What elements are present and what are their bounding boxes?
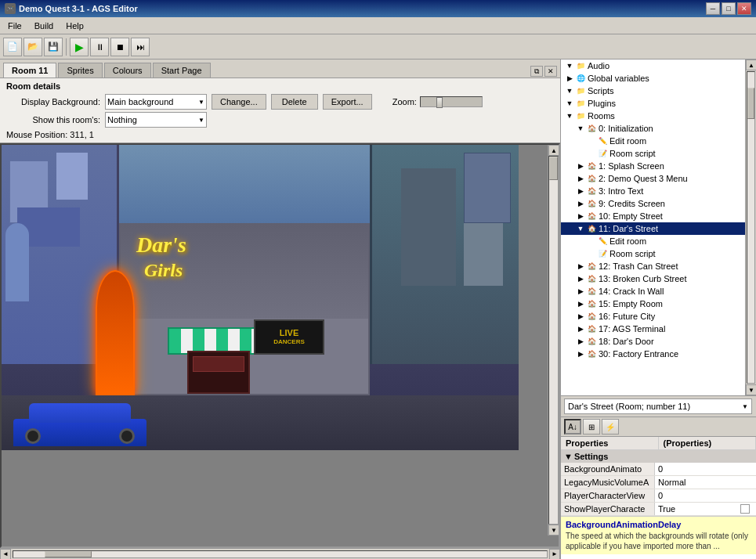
tree-vscrollbar: ▲ ▼	[745, 60, 756, 395]
tree-expand-room0[interactable]: ▼	[575, 123, 586, 134]
hscroll-right[interactable]: ►	[549, 549, 560, 560]
tree-label-room18: 18: Dar's Door	[599, 337, 654, 346]
toolbar-save[interactable]: 💾	[44, 38, 63, 56]
tree-expand-audio[interactable]: ▼	[564, 60, 575, 71]
toolbar-open[interactable]: 📂	[24, 38, 42, 56]
tree-expand-room18[interactable]: ▶	[575, 336, 586, 347]
props-check-3[interactable]	[740, 504, 750, 514]
tab-float-restore[interactable]: ⧉	[530, 66, 543, 77]
tree-expand-room3[interactable]: ▶	[575, 186, 586, 197]
tab-sprites[interactable]: Sprites	[58, 63, 102, 78]
tree-expand-room17[interactable]: ▶	[575, 323, 586, 334]
tree-item-room10[interactable]: ▶ 🏠 10: Empty Street	[561, 210, 745, 222]
tree-item-room13[interactable]: ▶ 🏠 13: Broken Curb Street	[561, 272, 745, 285]
tree-item-room11-script[interactable]: 📝 Room script	[561, 247, 745, 260]
tree-item-plugins[interactable]: ▼ 📁 Plugins	[561, 97, 745, 110]
room13-icon: 🏠	[586, 273, 597, 284]
tree-expand-room12[interactable]: ▶	[575, 261, 586, 272]
tree-item-room12[interactable]: ▶ 🏠 12: Trash Can Street	[561, 260, 745, 272]
hscroll-thumb[interactable]	[45, 551, 92, 557]
tree-item-room17[interactable]: ▶ 🏠 17: AGS Terminal	[561, 323, 745, 335]
toolbar-stop[interactable]: ⏹	[110, 38, 129, 56]
canvas-wrapper[interactable]: Dar's Girls	[0, 143, 560, 548]
display-bg-dropdown[interactable]: Main background ▼	[105, 94, 207, 110]
props-value-0[interactable]: 0	[655, 463, 756, 475]
tree-item-room0-script[interactable]: 📝 Room script	[561, 147, 745, 160]
show-rooms-dropdown[interactable]: Nothing ▼	[105, 112, 207, 128]
tab-colours[interactable]: Colours	[104, 63, 151, 78]
props-header: Properties (Properties)	[561, 437, 756, 450]
delete-button[interactable]: Delete	[271, 94, 318, 110]
tree-item-audio[interactable]: ▼ 📁 Audio	[561, 60, 745, 72]
maximize-button[interactable]: □	[722, 2, 736, 15]
tree-expand-room30[interactable]: ▶	[575, 348, 586, 359]
minimize-button[interactable]: ─	[706, 2, 720, 15]
props-btn3[interactable]: ⚡	[602, 419, 619, 435]
props-value-2[interactable]: 0	[655, 489, 756, 502]
tree-scroll[interactable]: ▼ 📁 Audio ▶ 🌐 Global variables ▼ 📁 Scrip…	[561, 60, 745, 395]
tree-item-global-vars[interactable]: ▶ 🌐 Global variables	[561, 72, 745, 85]
change-button[interactable]: Change...	[212, 94, 266, 110]
tree-expand-global[interactable]: ▶	[564, 73, 575, 84]
tree-item-room0-edit[interactable]: ✏️ Edit room	[561, 135, 745, 147]
room-selector-dropdown[interactable]: Dar's Street (Room; number 11) ▼	[564, 399, 752, 414]
tree-scroll-down[interactable]: ▼	[746, 384, 756, 395]
zoom-slider[interactable]	[420, 96, 483, 107]
tab-float-close[interactable]: ✕	[544, 66, 557, 77]
tree-expand-scripts[interactable]: ▼	[564, 85, 575, 96]
canvas-scroll-thumb[interactable]	[549, 157, 558, 180]
tree-expand-room15[interactable]: ▶	[575, 298, 586, 309]
toolbar-new[interactable]: 📄	[3, 38, 22, 56]
tree-expand-room16[interactable]: ▶	[575, 311, 586, 322]
tree-expand-room11[interactable]: ▼	[575, 223, 586, 234]
export-button[interactable]: Export...	[323, 94, 372, 110]
tree-scroll-thumb[interactable]	[747, 88, 754, 119]
tree-expand-room2[interactable]: ▶	[575, 173, 586, 184]
tab-room11[interactable]: Room 11	[3, 63, 56, 78]
tree-item-room15[interactable]: ▶ 🏠 15: Empty Room	[561, 298, 745, 310]
props-section-settings[interactable]: ▼ Settings	[561, 450, 756, 463]
tree-item-room30[interactable]: ▶ 🏠 30: Factory Entrance	[561, 348, 745, 360]
tree-expand-room9[interactable]: ▶	[575, 198, 586, 209]
tab-startpage[interactable]: Start Page	[153, 63, 211, 78]
tree-item-room0[interactable]: ▼ 🏠 0: Initialization	[561, 122, 745, 135]
props-btn2[interactable]: ⊞	[583, 419, 600, 435]
neon-figure	[96, 270, 135, 395]
hscroll-left[interactable]: ◄	[0, 549, 11, 560]
tree-item-room14[interactable]: ▶ 🏠 14: Crack In Wall	[561, 285, 745, 298]
tree-item-scripts[interactable]: ▼ 📁 Scripts	[561, 85, 745, 97]
door	[187, 351, 250, 394]
props-value-3[interactable]: True	[655, 503, 756, 515]
toolbar-pause[interactable]: ⏸	[90, 38, 109, 56]
tree-expand-room1[interactable]: ▶	[575, 160, 586, 171]
tree-item-room18[interactable]: ▶ 🏠 18: Dar's Door	[561, 335, 745, 348]
close-button[interactable]: ✕	[737, 2, 751, 15]
tree-item-room1[interactable]: ▶ 🏠 1: Splash Screen	[561, 160, 745, 172]
tree-item-room2[interactable]: ▶ 🏠 2: Demo Quest 3 Menu	[561, 172, 745, 185]
canvas-scroll-down[interactable]: ▼	[548, 525, 559, 536]
menu-build[interactable]: Build	[28, 20, 60, 32]
tree-item-room3[interactable]: ▶ 🏠 3: Intro Text	[561, 185, 745, 197]
tree-item-room11[interactable]: ▼ 🏠 11: Dar's Street	[561, 222, 745, 235]
props-btn1[interactable]: A↓	[564, 419, 581, 435]
props-value-1[interactable]: Normal	[655, 476, 756, 489]
tree-expand-room13[interactable]: ▶	[575, 273, 586, 284]
canvas-scroll-up[interactable]: ▲	[548, 145, 559, 156]
canvas-with-scrollbar: Dar's Girls	[0, 143, 560, 548]
tree-expand-room10[interactable]: ▶	[575, 211, 586, 222]
menu-file[interactable]: File	[2, 20, 28, 32]
tree-item-room16[interactable]: ▶ 🏠 16: Future City	[561, 310, 745, 323]
tree-item-room9[interactable]: ▶ 🏠 9: Credits Screen	[561, 197, 745, 210]
tree-label-room1: 1: Splash Screen	[599, 161, 664, 171]
tree-item-room11-edit[interactable]: ✏️ Edit room	[561, 235, 745, 247]
tree-expand-rooms[interactable]: ▼	[564, 110, 575, 121]
tree-item-rooms[interactable]: ▼ 📁 Rooms	[561, 110, 745, 122]
tree-expand-room14[interactable]: ▶	[575, 286, 586, 297]
room2-icon: 🏠	[586, 173, 597, 184]
room17-icon: 🏠	[586, 323, 597, 334]
tree-expand-plugins[interactable]: ▼	[564, 98, 575, 109]
toolbar-step[interactable]: ⏭	[131, 38, 150, 56]
toolbar-run[interactable]: ▶	[70, 38, 89, 56]
menu-help[interactable]: Help	[60, 20, 90, 32]
tree-scroll-up[interactable]: ▲	[746, 60, 756, 70]
